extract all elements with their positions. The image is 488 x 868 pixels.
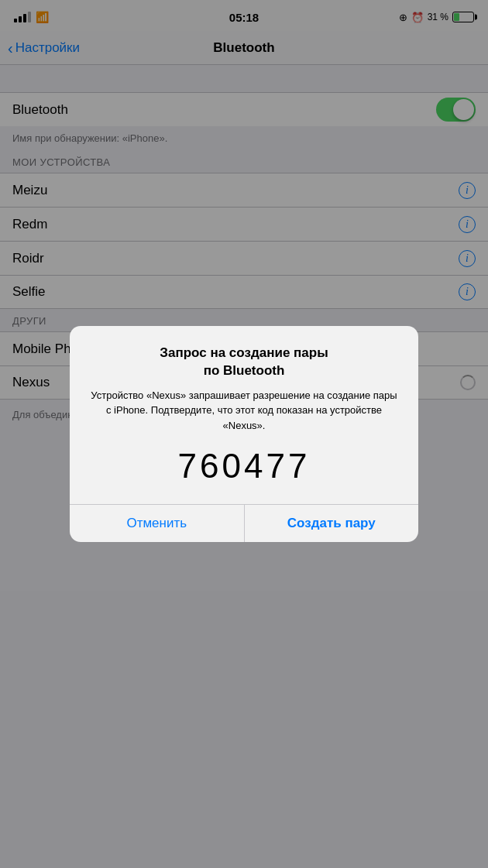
dialog-code: 760477 (88, 447, 400, 485)
dialog-overlay: Запрос на создание парыпо Bluetooth Устр… (0, 0, 488, 868)
cancel-button[interactable]: Отменить (70, 505, 244, 542)
dialog-message: Устройство «Nexus» запрашивает разрешени… (88, 388, 400, 434)
dialog-title: Запрос на создание парыпо Bluetooth (88, 345, 400, 380)
bluetooth-pair-dialog: Запрос на создание парыпо Bluetooth Устр… (70, 326, 418, 542)
confirm-button[interactable]: Создать пару (245, 505, 419, 542)
dialog-buttons: Отменить Создать пару (70, 505, 418, 542)
dialog-content: Запрос на создание парыпо Bluetooth Устр… (70, 326, 418, 485)
